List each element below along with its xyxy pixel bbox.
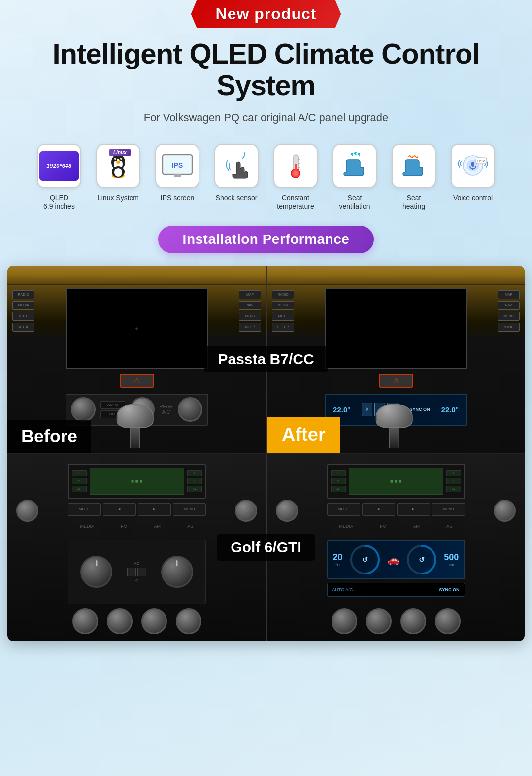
feature-icon-box-shock	[214, 144, 259, 188]
linux-icon: Linux	[105, 151, 131, 181]
title-divider	[69, 107, 463, 107]
feature-label-temp: Constant temperature	[277, 193, 314, 211]
feature-label-shock: Shock sensor	[216, 193, 258, 202]
feature-icon-box-temp	[273, 144, 318, 188]
gauge-right: ↺	[404, 542, 439, 577]
svg-text:↺: ↺	[362, 556, 368, 564]
svg-point-7	[121, 158, 122, 159]
svg-text:Hello: Hello	[477, 159, 485, 163]
gauge-left: ↺	[348, 542, 382, 577]
new-product-tag: New product	[191, 0, 341, 28]
before-label: Before	[7, 420, 91, 453]
shock-icon	[221, 150, 253, 182]
feature-label-voice: Voice control	[453, 193, 493, 202]
feature-icon-box-voice: Hello	[451, 144, 495, 188]
feature-voice: Hello Voice control	[443, 144, 502, 202]
photo-grid: ● RADIO MEDIA MUTE SETUP MAP NAV MENU NT…	[7, 266, 525, 641]
feature-icon-box-ips: IPS	[155, 144, 200, 188]
page-wrapper: New product Intelligent QLED Climate Con…	[0, 0, 532, 641]
features-row: 1920*648 QLED 6.9 inches Linux	[0, 129, 532, 216]
golf-row: 1 2 ♦1 ■ ■ ■ 4 5 6♦ MUTE ◄	[7, 454, 525, 641]
feature-icon-box-linux: Linux	[96, 144, 140, 188]
seat-heating-icon	[398, 150, 430, 182]
passta-row: ● RADIO MEDIA MUTE SETUP MAP NAV MENU NT…	[7, 266, 525, 453]
svg-text:↺: ↺	[419, 556, 425, 564]
passta-model-label: Passta B7/CC	[204, 346, 328, 372]
golf-model-label: Golf 6/GTI	[217, 534, 315, 561]
feature-seat-heat: Seat heating	[384, 144, 443, 211]
ips-icon: IPS	[160, 150, 195, 182]
svg-point-21	[293, 171, 298, 176]
qled-icon: 1920*648	[39, 151, 79, 181]
seat-ventilation-icon	[339, 150, 371, 182]
feature-label-linux: Linux System	[98, 193, 139, 202]
new-product-banner: New product	[0, 0, 532, 28]
feature-constant-temp: Constant temperature	[266, 144, 325, 211]
voice-control-icon: Hello	[457, 150, 489, 182]
installation-badge: Installation Performance	[158, 226, 374, 253]
svg-point-12	[114, 168, 122, 177]
svg-point-6	[115, 158, 116, 159]
feature-linux: Linux	[89, 144, 148, 202]
svg-rect-17	[174, 174, 181, 177]
thermometer-icon	[280, 150, 312, 182]
after-label: After	[267, 417, 340, 453]
feature-icon-box-heat	[392, 144, 436, 188]
page-title: Intelligent QLED Climate Control System	[20, 38, 512, 101]
feature-shock: Shock sensor	[207, 144, 266, 202]
feature-label-vent: Seat ventilation	[339, 193, 370, 211]
installation-section: Installation Performance	[0, 216, 532, 261]
svg-point-8	[116, 161, 120, 164]
main-title-section: Intelligent QLED Climate Control System …	[0, 28, 532, 129]
feature-qled: 1920*648 QLED 6.9 inches	[30, 144, 89, 211]
feature-seat-vent: Seat ventilation	[325, 144, 384, 211]
feature-label-ips: IPS screen	[161, 193, 194, 202]
feature-label-heat: Seat heating	[402, 193, 425, 211]
page-subtitle: For Volkswagen PQ car original A/C panel…	[20, 111, 512, 124]
feature-ips: IPS IPS screen	[148, 144, 207, 202]
svg-text:IPS: IPS	[172, 161, 183, 169]
feature-icon-box-qled: 1920*648	[37, 144, 81, 188]
feature-label-qled: QLED 6.9 inches	[43, 193, 75, 211]
feature-icon-box-vent	[332, 144, 377, 188]
svg-rect-27	[471, 162, 474, 167]
